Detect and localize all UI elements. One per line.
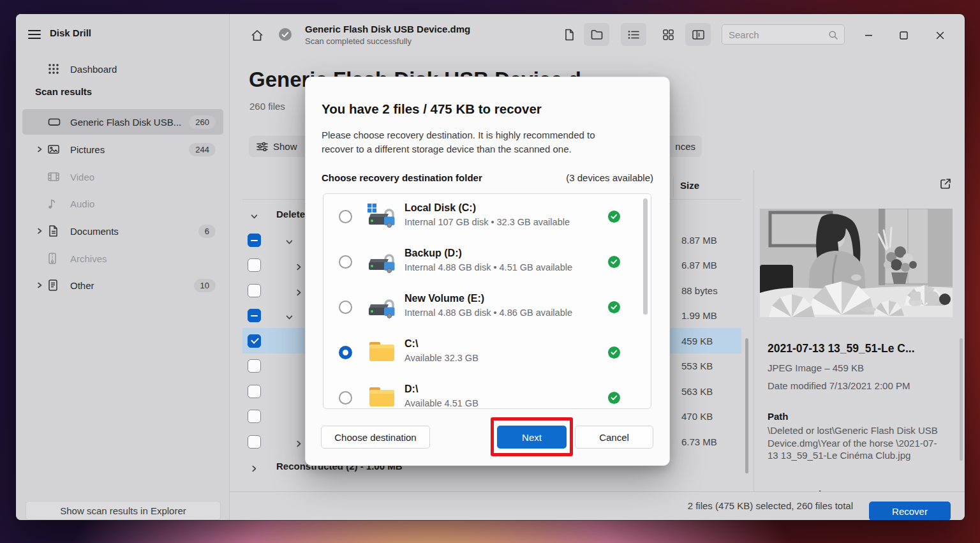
panel-scrollbar[interactable] [960,338,963,461]
destination-list: Local Disk (C:) Internal 107 GB disk • 3… [323,193,651,409]
chevron-right-icon[interactable] [295,262,302,273]
sidebar-item-audio[interactable]: Audio [22,191,223,216]
sidebar-item-other[interactable]: Other 10 [22,272,223,298]
available-check-icon [608,256,620,268]
search-input[interactable] [729,25,824,44]
destination-detail: Available 32.3 GB [405,353,479,363]
show-scan-results-in-explorer-button[interactable]: Show scan results in Explorer [26,501,221,520]
row-checkbox[interactable] [248,258,261,272]
radio-button[interactable] [339,255,352,269]
chevron-down-icon[interactable] [251,211,258,223]
path-value: \Deleted or lost\Generic Flash Disk USB … [768,424,941,462]
destination-detail: Internal 4.88 GB disk • 4.51 GB availabl… [405,262,572,272]
size-column-header[interactable]: Size [680,180,699,191]
close-button[interactable] [925,24,954,46]
destination-name: C:\ [405,338,418,350]
destination-d-root[interactable]: D:\ Available 4.51 GB [323,375,651,409]
list-view-button[interactable] [621,23,646,46]
destination-name: Backup (D:) [405,248,462,259]
folder-icon [367,384,397,409]
search-icon [828,30,838,40]
choose-destination-button[interactable]: Choose destination [321,426,430,449]
chevron-right-icon[interactable] [295,438,302,450]
row-checkbox[interactable] [248,410,261,423]
destination-list-scrollbar[interactable] [643,198,648,315]
row-checkbox[interactable] [248,359,261,373]
disk-drill-window: Disk Drill Dashboard Scan results Generi… [16,14,965,520]
hamburger-menu-button[interactable] [24,24,45,45]
list-view-icon [628,30,639,40]
other-files-icon [48,279,61,291]
preview-date-modified: Date modified 7/13/2021 2:00 PM [768,380,910,391]
count-badge: 6 [198,225,216,238]
cancel-button[interactable]: Cancel [575,426,653,449]
destination-name: New Volume (E:) [405,293,484,304]
size-cell: 563 KB [681,386,713,397]
chevron-down-icon[interactable] [286,312,293,324]
maximize-button[interactable] [889,24,918,46]
dialog-body-text: Please choose recovery destination. It i… [322,128,629,156]
count-badge: 260 [189,115,216,129]
video-icon [48,172,61,181]
home-button[interactable] [247,26,267,45]
sidebar-item-generic-flash-disk[interactable]: Generic Flash Disk USB... 260 [22,109,223,135]
grid-view-button[interactable] [655,23,681,46]
available-check-icon [608,301,620,313]
minimize-button[interactable] [854,24,883,46]
row-checkbox[interactable] [248,309,261,322]
scan-subtitle: Scan completed successfully [305,36,470,46]
usb-drive-icon [48,117,61,127]
show-filter-label: Show [273,141,297,152]
drive-icon [367,248,397,275]
destination-new-volume-e[interactable]: New Volume (E:) Internal 4.88 GB disk • … [323,285,651,330]
folder-view-button[interactable] [584,23,609,46]
size-cell: 8.87 MB [681,235,717,246]
recovery-chances-fragment: nces [675,141,695,152]
destination-backup-d[interactable]: Backup (D:) Internal 4.88 GB disk • 4.51… [323,239,651,285]
sidebar-item-pictures[interactable]: Pictures 244 [22,137,223,162]
sidebar-item-label: Other [70,280,94,291]
files-count: 260 files [249,101,285,112]
home-icon [251,29,264,41]
size-cell: 553 KB [681,361,713,371]
sidebar-item-documents[interactable]: Documents 6 [22,218,223,244]
sidebar-item-label: Video [70,172,94,182]
open-external-button[interactable] [939,177,952,193]
drive-icon [367,294,397,320]
radio-button[interactable] [339,210,352,223]
row-checkbox[interactable] [248,234,261,247]
size-cell: 88 bytes [681,285,718,296]
radio-button[interactable] [339,301,352,314]
next-button[interactable]: Next [497,426,567,449]
destination-local-disk-c[interactable]: Local Disk (C:) Internal 107 GB disk • 3… [323,194,651,239]
destination-c-root[interactable]: C:\ Available 32.3 GB [323,330,651,375]
row-checkbox[interactable] [248,435,261,449]
sidebar: Disk Drill Dashboard Scan results Generi… [16,14,230,520]
available-check-icon [608,211,620,223]
preview-panel-toggle-button[interactable] [685,23,711,46]
row-checkbox[interactable] [248,284,261,297]
archives-icon [48,253,61,264]
minimize-icon [865,31,873,40]
chevron-right-icon[interactable] [295,287,302,299]
row-checkbox[interactable] [248,385,261,398]
bottom-bar: 2 files (475 KB) selected, 260 files tot… [230,491,965,520]
preview-panel: 2021-07-13 13_59_51-Le C... JPEG Image –… [754,170,965,491]
radio-button-selected[interactable] [339,346,352,359]
recover-button[interactable]: Recover [869,502,951,520]
new-file-view-button[interactable] [556,23,582,46]
sidebar-item-label: Dashboard [70,64,117,75]
file-icon [564,29,574,41]
recover-button-label: Recover [892,506,928,517]
chevron-right-icon[interactable] [251,463,258,475]
sidebar-item-video[interactable]: Video [22,164,223,190]
sidebar-item-dashboard[interactable]: Dashboard [22,56,223,82]
radio-button[interactable] [339,391,352,405]
sidebar-item-archives[interactable]: Archives [22,246,223,271]
row-checkbox[interactable] [248,334,261,348]
scan-title-block: Generic Flash Disk USB Device.dmg Scan c… [305,24,470,46]
devices-available-label: (3 devices available) [566,172,653,183]
table-scrollbar[interactable] [745,338,748,473]
chevron-down-icon[interactable] [286,237,293,248]
filter-sliders-icon [256,142,268,151]
